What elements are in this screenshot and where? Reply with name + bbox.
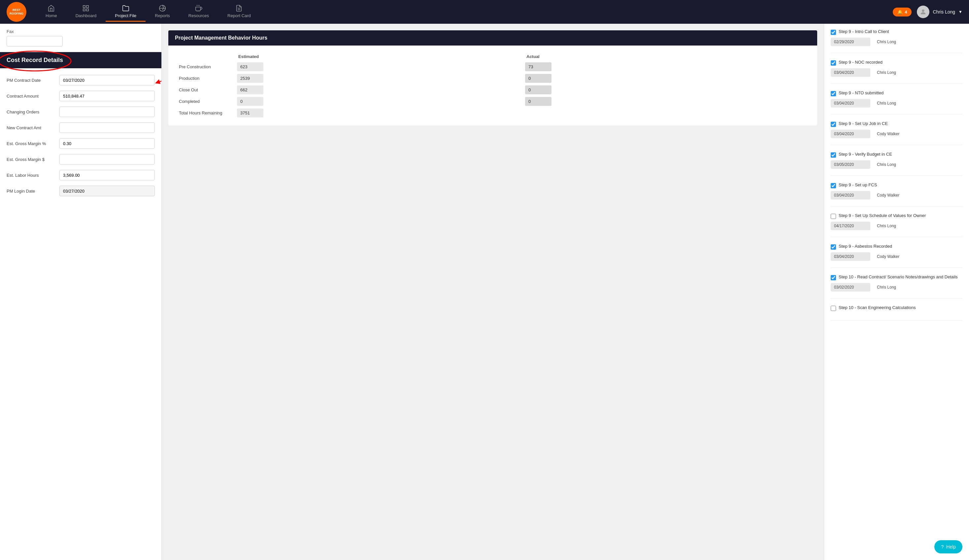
pm-behavior-card: Project Management Behavior Hours Estima… [168,30,817,125]
bell-icon: 🔔 [897,10,902,15]
pm-login-date-label: PM Login Date [7,189,56,194]
step-date-input[interactable] [831,283,870,292]
nav-item-report-card[interactable]: Report Card [218,2,260,22]
step-text: Step 9 - Set up FCS [839,183,962,187]
nav-label-report-card: Report Card [227,13,251,18]
step-title-row: Step 9 - Verify Budget in CE [831,152,962,158]
pm-contract-date-input[interactable] [59,75,155,85]
step-person-input[interactable] [874,191,920,199]
behavior-actual [523,107,811,119]
step-checkbox[interactable] [831,306,836,311]
svg-point-10 [922,10,924,12]
fax-input[interactable] [7,36,63,47]
est-labor-hours-input[interactable] [59,170,155,180]
step-date-input[interactable] [831,130,870,138]
new-contract-amt-label: New Contract Amt [7,125,56,130]
notifications-button[interactable]: 🔔 4 [893,8,912,17]
nav-item-reports[interactable]: Reports [146,2,179,22]
help-button[interactable]: ? Help [934,540,962,553]
contract-amount-input[interactable] [59,91,155,101]
step-checkbox[interactable] [831,122,836,127]
step-date-input[interactable] [831,191,870,199]
step-text: Step 9 - Verify Budget in CE [839,152,962,157]
nav-label-home: Home [45,13,57,18]
step-checkbox[interactable] [831,60,836,66]
notifications-count: 4 [905,10,907,15]
step-date-input[interactable] [831,68,870,77]
step-item: Step 9 - Set Up Job in CE [831,121,962,145]
step-title-row: Step 9 - Intro Call to Client [831,29,962,35]
new-contract-amt-input[interactable] [59,122,155,133]
left-panel: Fax Cost Record Details PM Contract Date [0,24,162,560]
field-row-est-labor-hours: Est. Labor Hours [7,170,155,180]
behavior-row-label: Production [175,73,234,84]
step-checkbox[interactable] [831,244,836,250]
step-person-input[interactable] [874,160,920,169]
nav-item-resources[interactable]: Resources [179,2,218,22]
est-gross-margin-pct-input[interactable] [59,138,155,149]
behavior-estimated: 623 [234,61,523,73]
behavior-row-label: Total Hours Remaining [175,107,234,119]
main-content: Fax Cost Record Details PM Contract Date [0,24,969,560]
navigation: BEST ROOFING Home Dashboard Project File… [0,0,969,24]
nav-item-dashboard[interactable]: Dashboard [67,2,106,22]
step-checkbox[interactable] [831,152,836,158]
step-person-input[interactable] [874,68,920,77]
est-labor-hours-label: Est. Labor Hours [7,173,56,178]
step-checkbox[interactable] [831,91,836,96]
est-gross-margin-dollar-label: Est. Gross Margin $ [7,157,56,162]
step-person-input[interactable] [874,283,920,292]
step-date-input[interactable] [831,222,870,230]
pm-login-date-input[interactable] [59,186,155,196]
nav-item-project-file[interactable]: Project File [106,2,146,22]
step-checkbox[interactable] [831,214,836,219]
step-item: Step 10 - Scan Engineering Calculations [831,305,962,321]
step-title-row: Step 10 - Read Contract/ Scenario Notes/… [831,274,962,280]
step-text: Step 9 - Set Up Job in CE [839,121,962,126]
behavior-row-label: Close Out [175,84,234,96]
nav-label-project-file: Project File [115,13,136,18]
step-person-input[interactable] [874,130,920,138]
svg-rect-2 [83,9,85,11]
behavior-actual: 0 [523,73,811,84]
step-date-input[interactable] [831,160,870,169]
field-row-est-gross-margin-dollar: Est. Gross Margin $ [7,154,155,165]
step-person-input[interactable] [874,38,920,46]
user-menu[interactable]: Chris Long ▼ [917,6,962,18]
step-text: Step 9 - Intro Call to Client [839,29,962,34]
step-checkbox[interactable] [831,275,836,280]
step-text: Step 10 - Scan Engineering Calculations [839,305,962,310]
step-checkbox[interactable] [831,30,836,35]
step-fields [831,160,962,169]
svg-rect-3 [87,9,88,11]
step-person-input[interactable] [874,99,920,108]
behavior-estimated: 662 [234,84,523,96]
step-title-row: Step 9 - Set up FCS [831,183,962,188]
nav-item-home[interactable]: Home [36,2,67,22]
step-person-input[interactable] [874,252,920,261]
cost-record-title: Cost Record Details [7,57,63,63]
col-estimated: Estimated [234,52,523,61]
logo[interactable]: BEST ROOFING [7,2,27,22]
step-fields [831,191,962,199]
step-title-row: Step 9 - Set Up Job in CE [831,121,962,127]
question-icon: ? [941,544,944,550]
step-text: Step 9 - NOC recorded [839,60,962,65]
step-date-input[interactable] [831,252,870,261]
step-title-row: Step 9 - NTO submitted [831,90,962,96]
changing-orders-label: Changing Orders [7,110,56,115]
est-gross-margin-dollar-input[interactable] [59,154,155,165]
col-actual: Actual [523,52,811,61]
step-checkbox[interactable] [831,183,836,188]
step-text: Step 9 - NTO submitted [839,90,962,95]
step-date-input[interactable] [831,99,870,108]
behavior-actual: 0 [523,96,811,107]
pm-behavior-header: Project Management Behavior Hours [168,30,817,45]
nav-label-dashboard: Dashboard [76,13,97,18]
step-person-input[interactable] [874,222,920,230]
step-date-input[interactable] [831,38,870,46]
step-item: Step 9 - NTO submitted [831,90,962,115]
step-fields [831,38,962,46]
fax-section: Fax [0,24,162,52]
changing-orders-input[interactable] [59,106,155,117]
